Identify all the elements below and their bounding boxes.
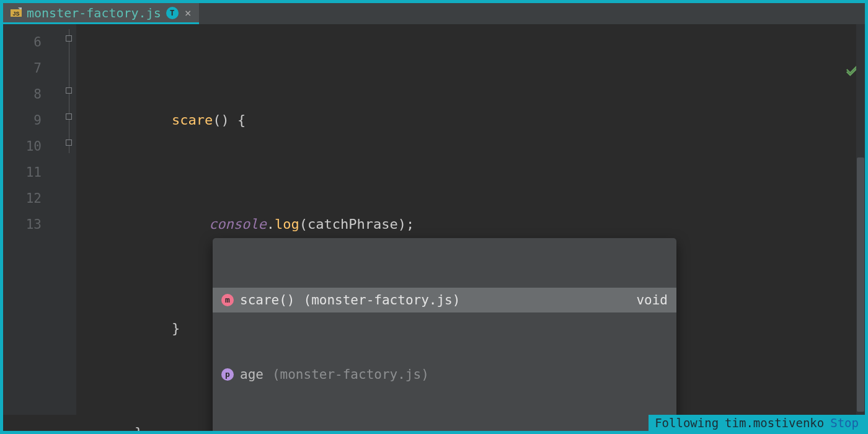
token-function: scare	[172, 112, 213, 128]
svg-text:JS: JS	[12, 11, 19, 17]
token-arg: catchPhrase	[308, 216, 398, 232]
footer: Following tim.mostivenko Stop	[3, 415, 865, 431]
tab-filename: monster-factory.js	[27, 6, 161, 20]
following-indicator[interactable]: Following tim.mostivenko Stop	[649, 415, 865, 431]
stop-following-link[interactable]: Stop	[830, 416, 859, 430]
token-method: log	[275, 216, 299, 232]
line-number: 9	[3, 107, 42, 133]
autocomplete-label: scare()	[240, 288, 295, 312]
collaborator-badge: T	[166, 7, 179, 19]
fold-marker[interactable]	[66, 113, 72, 120]
line-number: 6	[3, 29, 42, 55]
scrollbar-thumb[interactable]	[857, 157, 864, 412]
code-area[interactable]: scare() { console.log(catchPhrase); } } …	[76, 24, 865, 415]
method-icon: m	[221, 294, 234, 306]
autocomplete-popup[interactable]: m scare() (monster-factory.js) void p ag…	[213, 238, 676, 434]
autocomplete-label: age	[240, 362, 264, 387]
gutter: 6 7 8 9 10 11 12 13	[3, 24, 63, 415]
property-icon: p	[221, 368, 234, 381]
token-dot: .	[267, 216, 275, 232]
token-brace: }	[97, 316, 180, 342]
code-line[interactable]: scare() {	[97, 107, 865, 133]
file-tab[interactable]: JS monster-factory.js T ×	[3, 3, 199, 24]
line-number: 12	[3, 185, 42, 211]
line-number: 7	[3, 55, 42, 81]
following-label: Following	[655, 416, 719, 430]
autocomplete-return-type: void	[636, 288, 668, 312]
close-icon[interactable]: ×	[185, 6, 192, 19]
token-close: );	[398, 216, 415, 232]
line-number: 13	[3, 211, 42, 237]
autocomplete-source: (monster-factory.js)	[304, 288, 461, 312]
js-file-icon: JS	[11, 7, 22, 19]
scrollbar-track[interactable]	[856, 24, 865, 415]
fold-marker[interactable]	[66, 87, 72, 94]
editor-area: 6 7 8 9 10 11 12 13 scare() { console.lo…	[3, 24, 865, 415]
inspection-ok-icon[interactable]	[796, 33, 859, 111]
token-ident: console	[209, 216, 267, 232]
autocomplete-source: (monster-factory.js)	[272, 362, 429, 387]
fold-marker[interactable]	[66, 35, 72, 42]
line-number: 8	[3, 81, 42, 107]
code-line[interactable]: console.log(catchPhrase);	[97, 211, 865, 237]
token-punct: () {	[213, 112, 246, 128]
line-number: 10	[3, 133, 42, 159]
fold-marker[interactable]	[66, 140, 72, 146]
line-number: 11	[3, 159, 42, 185]
fold-column	[63, 24, 76, 415]
following-user: tim.mostivenko	[725, 416, 824, 430]
autocomplete-item[interactable]: p age (monster-factory.js)	[213, 362, 676, 387]
tab-bar: JS monster-factory.js T ×	[3, 3, 865, 24]
autocomplete-item[interactable]: m scare() (monster-factory.js) void	[213, 288, 676, 312]
token-paren: (	[299, 216, 308, 232]
